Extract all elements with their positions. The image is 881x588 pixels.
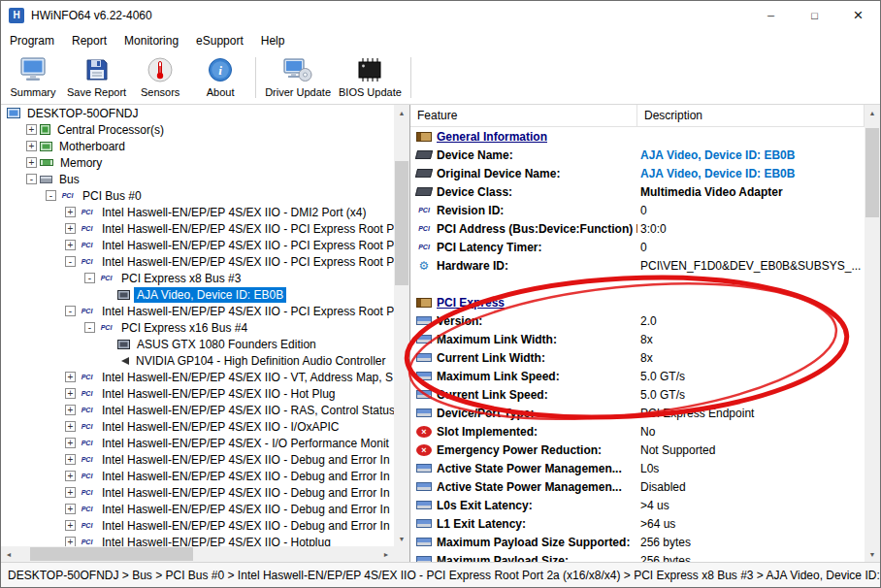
scroll-up-icon[interactable]: ▲ bbox=[394, 105, 409, 120]
tree-vertical-scrollbar[interactable]: ▲ ▼ bbox=[394, 105, 409, 546]
menu-esupport[interactable]: eSupport bbox=[187, 31, 252, 50]
maximize-button[interactable]: □ bbox=[793, 1, 836, 30]
tree-item[interactable]: +PCIIntel Haswell-EN/EP/EP 4S/EX IIO - V… bbox=[1, 369, 394, 385]
tree-item[interactable]: -PCIIntel Haswell-EN/EP/EP 4S/EX IIO - P… bbox=[1, 253, 394, 270]
tree-item[interactable]: ASUS GTX 1080 Founders Edition bbox=[1, 336, 394, 352]
detail-section-row[interactable]: General Information bbox=[410, 127, 865, 146]
detail-row[interactable]: L1 Exit Latency:>64 us bbox=[410, 514, 865, 533]
tree-horizontal-scrollbar[interactable]: ◄ ► bbox=[1, 546, 394, 562]
tree-item[interactable]: +PCIIntel Haswell-EN/EP/EP 4S/EX IIO - P… bbox=[1, 237, 394, 253]
scroll-track[interactable] bbox=[16, 546, 378, 562]
titlebar[interactable]: H HWiNFO64 v6.22-4060 ─ □ × bbox=[1, 1, 880, 30]
scroll-left-icon[interactable]: ◄ bbox=[1, 546, 16, 562]
detail-vertical-scrollbar[interactable]: ▲ ▼ bbox=[865, 105, 880, 562]
tree-item[interactable]: +PCIIntel Haswell-EN/EP/EP 4S/EX IIO - H… bbox=[1, 534, 394, 546]
expand-plus-icon[interactable]: + bbox=[26, 141, 37, 151]
detail-row[interactable]: Current Link Speed:5.0 GT/s bbox=[410, 385, 865, 404]
expand-plus-icon[interactable]: + bbox=[65, 388, 76, 399]
tree-item[interactable]: +PCIIntel Haswell-EN/EP/EP 4S/EX IIO - H… bbox=[1, 385, 394, 402]
feature-column-header[interactable]: Feature bbox=[410, 105, 637, 126]
detail-row[interactable]: Device/Port Type:PCI Express Endpoint bbox=[410, 404, 865, 422]
expand-plus-icon[interactable]: + bbox=[65, 438, 76, 448]
tree-item[interactable]: NVIDIA GP104 - High Definition Audio Con… bbox=[1, 352, 394, 369]
detail-row[interactable]: Maximum Payload Size:256 bytes bbox=[410, 551, 865, 562]
tree-item[interactable]: +PCIIntel Haswell-EN/EP/EP 4S/EX IIO - D… bbox=[1, 451, 394, 468]
scroll-thumb[interactable] bbox=[395, 161, 408, 285]
close-button[interactable]: × bbox=[836, 1, 880, 30]
scroll-down-icon[interactable]: ▼ bbox=[394, 531, 409, 546]
tree-item[interactable]: -PCIPCI Express x16 Bus #4 bbox=[1, 319, 394, 336]
tree-item[interactable]: +PCIIntel Haswell-EN/EP/EP 4S/EX IIO - R… bbox=[1, 402, 394, 418]
expand-plus-icon[interactable]: + bbox=[65, 240, 76, 250]
about-button[interactable]: i About bbox=[190, 52, 250, 103]
tree-item[interactable]: AJA Video, Device ID: EB0B bbox=[1, 286, 394, 303]
detail-section-row[interactable]: PCI Express bbox=[410, 293, 865, 311]
collapse-minus-icon[interactable]: - bbox=[26, 174, 37, 184]
collapse-minus-icon[interactable]: - bbox=[84, 273, 95, 283]
tree-item[interactable]: -Bus bbox=[1, 171, 394, 187]
menu-program[interactable]: Program bbox=[1, 31, 63, 50]
tree-item[interactable]: DESKTOP-50OFNDJ bbox=[1, 105, 394, 121]
tree-item[interactable]: +PCIIntel Haswell-EN/EP/EP 4S/EX IIO - I… bbox=[1, 418, 394, 435]
scroll-up-icon[interactable]: ▲ bbox=[865, 105, 880, 120]
detail-row[interactable]: PCIPCI Address (Bus:Device:Function) Nu.… bbox=[410, 219, 865, 238]
scroll-thumb[interactable] bbox=[30, 547, 193, 561]
tree-item[interactable]: +PCIIntel Haswell-EN/EP/EP 4S/EX IIO - D… bbox=[1, 517, 394, 534]
sensors-button[interactable]: Sensors bbox=[130, 52, 190, 103]
expand-plus-icon[interactable]: + bbox=[65, 421, 76, 432]
detail-row[interactable]: Current Link Width:8x bbox=[410, 348, 865, 367]
tree-item[interactable]: +PCIIntel Haswell-EN/EP/EP 4S/EX - I/O P… bbox=[1, 435, 394, 451]
expand-plus-icon[interactable]: + bbox=[65, 454, 76, 465]
expand-plus-icon[interactable]: + bbox=[26, 124, 37, 135]
expand-plus-icon[interactable]: + bbox=[65, 372, 76, 382]
expand-plus-icon[interactable]: + bbox=[65, 207, 76, 217]
tree-item[interactable]: -PCIIntel Haswell-EN/EP/EP 4S/EX IIO - P… bbox=[1, 303, 394, 319]
detail-row[interactable]: L0s Exit Latency:>4 us bbox=[410, 496, 865, 514]
collapse-minus-icon[interactable]: - bbox=[65, 256, 76, 267]
collapse-minus-icon[interactable]: - bbox=[84, 322, 95, 333]
collapse-minus-icon[interactable]: - bbox=[46, 190, 56, 201]
menu-report[interactable]: Report bbox=[63, 31, 115, 50]
tree-item[interactable]: +PCIIntel Haswell-EN/EP/EP 4S/EX IIO - D… bbox=[1, 468, 394, 484]
tree-item[interactable]: +PCIIntel Haswell-EN/EP/EP 4S/EX IIO - P… bbox=[1, 220, 394, 237]
detail-row[interactable]: Device Name:AJA Video, Device ID: EB0B bbox=[410, 146, 865, 164]
expand-plus-icon[interactable]: + bbox=[65, 520, 76, 531]
tree-item[interactable]: +Motherboard bbox=[1, 138, 394, 154]
detail-row[interactable]: Version:2.0 bbox=[410, 311, 865, 330]
detail-row[interactable]: PCIRevision ID:0 bbox=[410, 201, 865, 219]
tree-item[interactable]: -PCIPCI Bus #0 bbox=[1, 187, 394, 204]
detail-row[interactable]: Maximum Link Speed:5.0 GT/s bbox=[410, 367, 865, 385]
detail-row[interactable]: Original Device Name:AJA Video, Device I… bbox=[410, 164, 865, 182]
detail-row[interactable]: ×Slot Implemented:No bbox=[410, 422, 865, 441]
collapse-minus-icon[interactable]: - bbox=[65, 306, 76, 316]
menu-monitoring[interactable]: Monitoring bbox=[115, 31, 187, 50]
description-column-header[interactable]: Description bbox=[637, 105, 865, 126]
detail-row[interactable]: ⚙Hardware ID:PCI\VEN_F1D0&DEV_EB0B&SUBSY… bbox=[410, 256, 865, 275]
expand-plus-icon[interactable]: + bbox=[65, 537, 76, 546]
expand-plus-icon[interactable]: + bbox=[65, 471, 76, 481]
bios-update-button[interactable]: BIOS Update bbox=[335, 52, 406, 103]
driver-update-button[interactable]: Driver Update bbox=[261, 52, 335, 103]
tree-item[interactable]: +PCIIntel Haswell-EN/EP/EP 4S/EX IIO - D… bbox=[1, 484, 394, 501]
detail-row[interactable]: Active State Power Managemen...L0s bbox=[410, 459, 865, 477]
expand-plus-icon[interactable]: + bbox=[65, 504, 76, 514]
expand-plus-icon[interactable]: + bbox=[65, 223, 76, 234]
detail-row[interactable]: Active State Power Managemen...Disabled bbox=[410, 477, 865, 496]
tree-item[interactable]: +PCIIntel Haswell-EN/EP/EP 4S/EX IIO - D… bbox=[1, 501, 394, 517]
detail-row[interactable]: Maximum Link Width:8x bbox=[410, 330, 865, 348]
expand-plus-icon[interactable]: + bbox=[65, 487, 76, 498]
summary-button[interactable]: Summary bbox=[3, 52, 63, 103]
tree-item[interactable]: +Central Processor(s) bbox=[1, 121, 394, 138]
tree-item[interactable]: -PCIPCI Express x8 Bus #3 bbox=[1, 270, 394, 286]
detail-row[interactable]: Device Class:Multimedia Video Adapter bbox=[410, 182, 865, 201]
expand-plus-icon[interactable]: + bbox=[65, 405, 76, 415]
menu-help[interactable]: Help bbox=[252, 31, 294, 50]
tree-item[interactable]: +Memory bbox=[1, 154, 394, 171]
scroll-thumb[interactable] bbox=[865, 128, 879, 217]
tree-item[interactable]: +PCIIntel Haswell-EN/EP/EP 4S/EX IIO - D… bbox=[1, 204, 394, 220]
detail-row[interactable]: Maximum Payload Size Supported:256 bytes bbox=[410, 533, 865, 551]
minimize-button[interactable]: ─ bbox=[749, 1, 793, 30]
scroll-right-icon[interactable]: ► bbox=[378, 546, 394, 562]
save-report-button[interactable]: Save Report bbox=[63, 52, 130, 103]
scroll-track[interactable] bbox=[394, 120, 409, 531]
